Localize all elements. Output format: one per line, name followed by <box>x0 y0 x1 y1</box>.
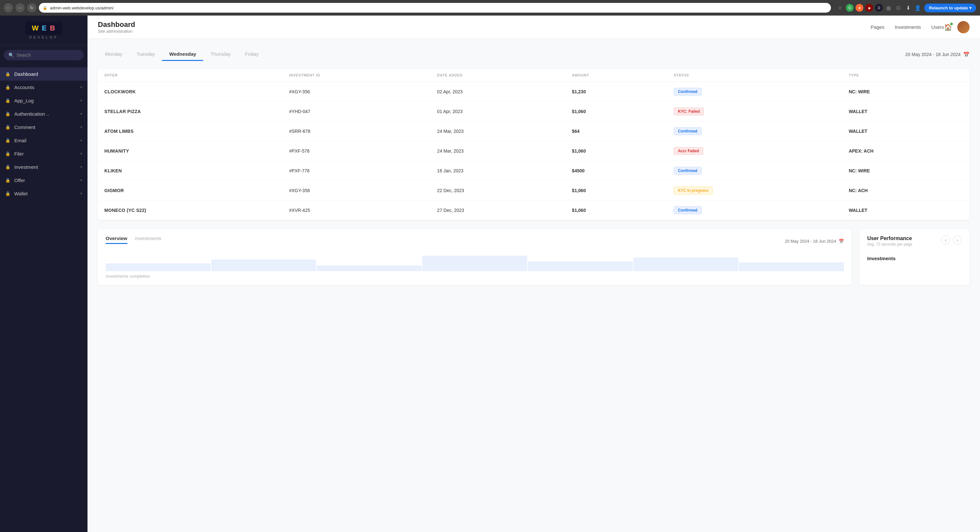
extension-icon-3[interactable]: ◉ <box>865 4 873 12</box>
extension-icon-1[interactable]: G <box>846 4 854 12</box>
cell-amount: $1,230 <box>565 82 667 102</box>
tab-tuesday[interactable]: Tuesday <box>129 48 162 61</box>
cell-offer: HUMANITY <box>98 141 283 161</box>
user-performance-subtitle: Avg. 72 seconds per page <box>867 242 912 246</box>
search-input[interactable] <box>16 52 79 58</box>
sidebar-item-authentication[interactable]: 🔒 Authentication .. ▾ <box>0 107 88 121</box>
app-container: W E B DEVELOP 🔍 🔒 Dashboard 🔒 Accounts <box>0 16 980 532</box>
top-nav: Pages Investments Users <box>870 23 944 31</box>
cell-date-added: 24 Mar, 2023 <box>431 122 565 141</box>
sidebar-item-email[interactable]: 🔒 Email ▾ <box>0 134 88 147</box>
table-row[interactable]: MONECO (YC S22) #XVR-425 27 Dec, 2023 $1… <box>98 200 970 220</box>
reload-button[interactable]: ↻ <box>27 3 36 12</box>
logo-box: W E B <box>25 21 62 35</box>
cell-status: KYC: Failed <box>667 102 842 122</box>
relaunch-button[interactable]: Relaunch to update ▾ <box>924 3 976 12</box>
sidebar-item-comment[interactable]: 🔒 Comment ▾ <box>0 121 88 134</box>
chevron-down-icon: ▾ <box>80 152 82 156</box>
extension-icon-6[interactable]: ⬡ <box>894 4 902 12</box>
day-tabs-row: Monday Tuesday Wednesday Thursday Friday… <box>98 48 970 61</box>
sidebar-item-offer[interactable]: 🔒 Offer ▾ <box>0 174 88 187</box>
extension-icon-4[interactable]: D <box>875 4 883 12</box>
chart-label: Investments completion <box>106 274 844 279</box>
notification-icon[interactable]: 🏠 <box>944 23 952 31</box>
cell-offer: GIGMOR <box>98 181 283 200</box>
cell-type: WALLET <box>842 102 970 122</box>
lock-icon: 🔒 <box>5 71 10 76</box>
lock-icon: 🔒 <box>5 85 10 90</box>
sidebar-search[interactable]: 🔍 <box>4 50 84 60</box>
table-header: OFFER INVESTMENT ID DATE ADDED AMOUNT ST… <box>98 69 970 82</box>
user-performance-title: User Performance <box>867 235 912 241</box>
status-badge: KYC In progress <box>674 187 713 194</box>
extension-icon-5[interactable]: ◎ <box>885 4 892 12</box>
logo-b: B <box>50 24 56 32</box>
table-body: CLOCKWORK #XGY-356 02 Apr, 2023 $1,230 C… <box>98 82 970 220</box>
download-icon[interactable]: ⬇ <box>904 4 912 12</box>
forward-button[interactable]: → <box>16 3 25 12</box>
nav-item-users[interactable]: Users <box>931 23 944 31</box>
table-row[interactable]: GIGMOR #XGY-356 22 Dec, 2023 $1,060 KYC … <box>98 181 970 200</box>
table-row[interactable]: HUMANITY #PXF-578 24 Mar, 2023 $1,060 Ac… <box>98 141 970 161</box>
cell-date-added: 22 Dec, 2023 <box>431 181 565 200</box>
tab-wednesday[interactable]: Wednesday <box>162 48 203 61</box>
cell-investment-id: #XVR-425 <box>283 200 431 220</box>
tab-overview[interactable]: Overview <box>106 235 127 244</box>
bottom-left-card: Overview Investments 20 May 2024 - 18 Ju… <box>98 229 852 285</box>
calendar-icon: 📅 <box>963 51 970 58</box>
lock-icon: 🔒 <box>5 111 10 116</box>
date-range-picker[interactable]: 20 May 2024 - 18 Jun 2024 📅 <box>905 51 970 58</box>
avatar[interactable] <box>957 21 970 33</box>
chevron-down-icon: ▾ <box>80 98 82 103</box>
nav-item-pages[interactable]: Pages <box>870 23 885 31</box>
table-row[interactable]: STELLAR PIZZA #YHD-047 01 Apr, 2023 $1,0… <box>98 102 970 122</box>
perf-prev-button[interactable]: ‹ <box>941 235 950 245</box>
chart-bar <box>106 264 211 271</box>
tab-monday[interactable]: Monday <box>98 48 129 61</box>
investments-chart <box>106 252 844 271</box>
chevron-down-icon: ▾ <box>80 192 82 196</box>
sidebar-item-wallet[interactable]: 🔒 Wallet ▾ <box>0 187 88 200</box>
cell-amount: $4500 <box>565 161 667 181</box>
cell-offer: STELLAR PIZZA <box>98 102 283 122</box>
investments-table-card: OFFER INVESTMENT ID DATE ADDED AMOUNT ST… <box>98 69 970 220</box>
star-icon[interactable]: ☆ <box>836 4 844 12</box>
content-area: Monday Tuesday Wednesday Thursday Friday… <box>88 39 980 532</box>
table-row[interactable]: KLIKEN #PXF-778 16 Jan, 2023 $4500 Confi… <box>98 161 970 181</box>
sidebar-item-label: Authentication .. <box>14 111 76 117</box>
cell-date-added: 24 Mar, 2023 <box>431 141 565 161</box>
cell-type: NC: ACH <box>842 181 970 200</box>
logo-w: W <box>32 24 39 32</box>
nav-item-investments[interactable]: Investments <box>895 23 921 31</box>
table-row[interactable]: ATOM LIMBS #SRR-678 24 Mar, 2023 $64 Con… <box>98 122 970 141</box>
profile-icon[interactable]: 👤 <box>914 4 922 12</box>
tab-friday[interactable]: Friday <box>238 48 266 61</box>
sidebar-item-investment[interactable]: 🔒 Investment ▾ <box>0 160 88 174</box>
cell-amount: $1,060 <box>565 102 667 122</box>
sidebar-item-dashboard[interactable]: 🔒 Dashboard <box>0 67 88 81</box>
sidebar-item-filer[interactable]: 🔒 Filer ▾ <box>0 147 88 160</box>
sidebar-item-accounts[interactable]: 🔒 Accounts ▾ <box>0 81 88 94</box>
cell-status: Confirmed <box>667 161 842 181</box>
col-date-added: DATE ADDED <box>431 69 565 82</box>
cell-date-added: 27 Dec, 2023 <box>431 200 565 220</box>
sidebar-item-applog[interactable]: 🔒 App_Log ▾ <box>0 94 88 107</box>
section-date-range[interactable]: 20 May 2024 - 18 Jun 2024 📅 <box>785 239 844 244</box>
online-indicator <box>950 23 953 25</box>
perf-next-button[interactable]: › <box>953 235 962 245</box>
back-button[interactable]: ← <box>4 3 13 12</box>
investments-table: OFFER INVESTMENT ID DATE ADDED AMOUNT ST… <box>98 69 970 220</box>
tab-thursday[interactable]: Thursday <box>203 48 238 61</box>
cell-type: NC: WIRE <box>842 82 970 102</box>
section-tabs: Overview Investments <box>106 235 161 244</box>
cell-date-added: 16 Jan, 2023 <box>431 161 565 181</box>
cell-offer: KLIKEN <box>98 161 283 181</box>
chevron-down-icon: ▾ <box>80 165 82 169</box>
date-range-text: 20 May 2024 - 18 Jun 2024 <box>905 52 961 57</box>
header-right: 🏠 <box>944 21 970 33</box>
tab-investments[interactable]: Investments <box>135 235 161 244</box>
table-row[interactable]: CLOCKWORK #XGY-356 02 Apr, 2023 $1,230 C… <box>98 82 970 102</box>
extension-icon-2[interactable]: ★ <box>856 4 863 12</box>
chart-bar <box>317 265 422 271</box>
address-bar[interactable]: 🔒 admin-web.webdevelop.us/admin/ <box>39 3 831 13</box>
